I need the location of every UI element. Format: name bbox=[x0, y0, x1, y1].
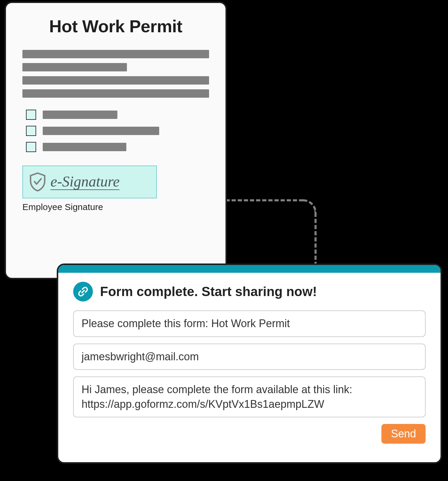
placeholder-line bbox=[43, 143, 126, 151]
checkbox[interactable] bbox=[26, 110, 36, 120]
signature-placeholder-text: e-Signature bbox=[50, 174, 119, 190]
checklist-item bbox=[26, 110, 209, 120]
dialog-title: Form complete. Start sharing now! bbox=[100, 284, 317, 299]
placeholder-line bbox=[22, 76, 209, 85]
shield-check-icon bbox=[29, 172, 46, 192]
signature-field[interactable]: e-Signature bbox=[22, 166, 157, 198]
link-icon bbox=[73, 282, 93, 301]
placeholder-line bbox=[43, 127, 159, 135]
checklist bbox=[26, 110, 209, 152]
placeholder-line bbox=[22, 89, 209, 98]
form-title: Hot Work Permit bbox=[22, 16, 209, 36]
signature-label: Employee Signature bbox=[22, 202, 209, 212]
checkbox[interactable] bbox=[26, 126, 36, 136]
checklist-item bbox=[26, 126, 209, 136]
placeholder-line bbox=[22, 50, 209, 58]
send-button[interactable]: Send bbox=[381, 424, 426, 444]
checkbox[interactable] bbox=[26, 142, 36, 152]
share-dialog: Form complete. Start sharing now! Please… bbox=[57, 264, 442, 464]
dialog-title-bar bbox=[58, 265, 441, 273]
checklist-item bbox=[26, 142, 209, 152]
placeholder-line bbox=[43, 111, 117, 119]
email-input[interactable]: jamesbwright@mail.com bbox=[73, 344, 426, 370]
placeholder-line bbox=[22, 63, 127, 71]
subject-input[interactable]: Please complete this form: Hot Work Perm… bbox=[73, 310, 426, 337]
dialog-header: Form complete. Start sharing now! bbox=[73, 282, 426, 301]
form-document-card: Hot Work Permit e-Signature Employee Sig… bbox=[4, 1, 227, 279]
form-body-placeholder bbox=[22, 50, 209, 98]
message-input[interactable]: Hi James, please complete the form avail… bbox=[73, 376, 426, 417]
